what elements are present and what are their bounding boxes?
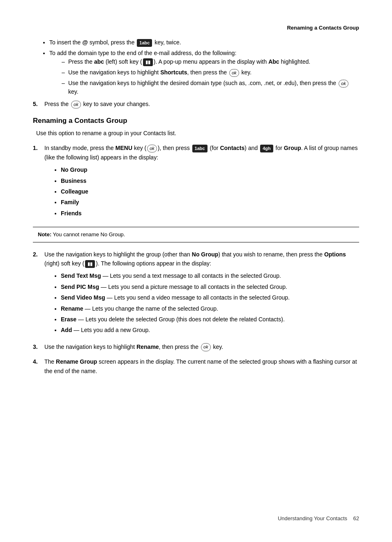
dash-item-1: Press the abc (left) soft key (▮▮). A po…	[62, 58, 359, 66]
option-rename: Rename — Lets you change the name of the…	[61, 304, 359, 313]
key-ok-domain: ok	[339, 80, 348, 88]
key-ok-shortcuts: ok	[229, 69, 239, 77]
section-heading: Renaming a Contacts Group	[33, 117, 359, 125]
option-send-video: Send Video Msg — Lets you send a video m…	[61, 293, 359, 302]
page: Renaming a Contacts Group To insert the …	[0, 0, 392, 542]
option-add: Add — Lets you add a new Group.	[61, 325, 359, 334]
note-body: You cannot rename No Group.	[53, 231, 125, 238]
footer: Understanding Your Contacts 62	[278, 515, 359, 521]
bullet-item-2: To add the domain type to the end of the…	[49, 49, 359, 96]
group-item-nogroup: No Group	[61, 165, 359, 174]
step-1-body: In standby mode, press the MENU key (ok)…	[44, 143, 359, 219]
dash-list: Press the abc (left) soft key (▮▮). A po…	[62, 58, 359, 96]
dash-item-3: Use the navigation keys to highlight the…	[62, 79, 359, 96]
step-2-num: 2.	[33, 250, 44, 259]
step-3-body: Use the navigation keys to highlight Ren…	[44, 342, 359, 351]
key-ok-menu: ok	[147, 145, 157, 153]
intro-bullet-list: To insert the @ symbol, press the 1abc k…	[49, 38, 359, 96]
key-ok-save: ok	[71, 101, 81, 109]
note-box: Note: You cannot rename No Group.	[33, 227, 359, 242]
step-3-num: 3.	[33, 342, 44, 351]
key-1abc-contacts: 1abc	[192, 145, 208, 153]
note-label: Note:	[38, 231, 51, 238]
option-send-pic: Send PIC Msg — Lets you send a picture m…	[61, 282, 359, 291]
step-1-num: 1.	[33, 143, 44, 152]
step-4-block: 4. The Rename Group screen appears in th…	[33, 357, 359, 376]
key-1abc: 1abc	[137, 39, 152, 47]
group-item-business: Business	[61, 176, 359, 185]
step-3-block: 3. Use the navigation keys to highlight …	[33, 342, 359, 351]
group-list: No Group Business Colleague Family Frien…	[61, 165, 359, 218]
step-2-block: 2. Use the navigation keys to highlight …	[33, 250, 359, 337]
group-item-colleague: Colleague	[61, 187, 359, 196]
bullet-text-2: To add the domain type to the end of the…	[49, 50, 236, 56]
step-5-body: Press the ok key to save your changes.	[44, 99, 359, 108]
dash-item-2: Use the navigation keys to highlight Sho…	[62, 68, 359, 77]
bullet-text-1b: key, twice.	[154, 39, 181, 46]
step-1-block: 1. In standby mode, press the MENU key (…	[33, 143, 359, 219]
group-item-family: Family	[61, 198, 359, 207]
page-header-title: Renaming a Contacts Group	[33, 25, 359, 31]
key-4gh-group: 4gh	[260, 145, 273, 153]
section-intro: Use this option to rename a group in you…	[36, 129, 359, 138]
bullet-item-1: To insert the @ symbol, press the 1abc k…	[49, 38, 359, 47]
bullet-text-1a: To insert the @ symbol, press the	[49, 39, 136, 46]
footer-left: Understanding Your Contacts	[278, 515, 347, 521]
options-list: Send Text Msg — Lets you send a text mes…	[61, 271, 359, 334]
step-4-num: 4.	[33, 357, 44, 366]
key-options-soft: ▮▮	[85, 260, 95, 268]
key-ok-rename: ok	[201, 343, 211, 351]
step-2-body: Use the navigation keys to highlight the…	[44, 250, 359, 337]
key-abc-soft: ▮▮	[143, 58, 153, 66]
footer-page: 62	[353, 515, 359, 521]
option-erase: Erase — Lets you delete the selected Gro…	[61, 315, 359, 324]
group-item-friends: Friends	[61, 209, 359, 218]
step-5-block: 5. Press the ok key to save your changes…	[33, 99, 359, 108]
step-4-body: The Rename Group screen appears in the d…	[44, 357, 359, 376]
option-send-text: Send Text Msg — Lets you send a text mes…	[61, 271, 359, 280]
step-5-num: 5.	[33, 99, 44, 108]
